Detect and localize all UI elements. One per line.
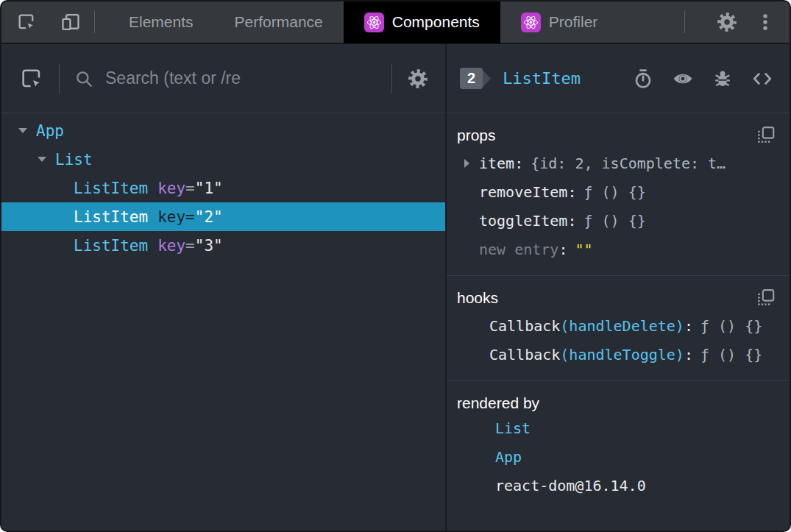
selected-component-name: ListItem: [503, 69, 581, 88]
inspect-dom-element-button[interactable]: [672, 68, 694, 89]
prop-name: removeItem: [479, 183, 567, 201]
key-attribute: key: [157, 237, 185, 255]
component-tree-panel: App List ListItemkey="1" ListItemkey="2"…: [1, 44, 445, 531]
bug-icon: [712, 68, 733, 89]
tree-row-app[interactable]: App: [1, 116, 445, 145]
tree-row-listitem-3[interactable]: ListItemkey="3": [1, 231, 445, 260]
tab-performance[interactable]: Performance: [214, 1, 344, 43]
hook-name: (handleDelete): [560, 317, 684, 335]
badge-number: 2: [460, 68, 483, 89]
components-panel: App List ListItemkey="1" ListItemkey="2"…: [1, 44, 790, 531]
hook-type: Callback: [489, 317, 560, 335]
props-title: props: [457, 127, 496, 144]
owner-row-list[interactable]: List: [457, 414, 775, 442]
equals-sign: =: [185, 237, 195, 255]
tree-row-listitem-1[interactable]: ListItemkey="1": [1, 174, 445, 202]
inspect-element-button[interactable]: [16, 12, 37, 32]
component-actions: [633, 68, 773, 89]
inspect-cursor-icon: [19, 66, 44, 91]
tab-label: Profiler: [549, 13, 598, 31]
devtools-more-menu-button[interactable]: [756, 11, 775, 33]
prop-name: toggleItem: [479, 212, 567, 230]
eye-icon: [672, 68, 694, 89]
copy-icon: [757, 127, 775, 144]
topbar-right-controls: [671, 11, 790, 33]
hook-row-handletoggle[interactable]: Callback(handleToggle): ƒ () {}: [457, 340, 775, 369]
hook-row-handledelete[interactable]: Callback(handleDelete): ƒ () {}: [457, 311, 775, 340]
colon: :: [558, 241, 567, 258]
tree-row-listitem-2-selected[interactable]: ListItemkey="2": [1, 202, 445, 231]
suspend-component-button[interactable]: [633, 68, 653, 89]
prop-name: item: [479, 155, 514, 172]
code-brackets-icon: [751, 68, 773, 89]
renderer-version: react-dom@16.14.0: [495, 477, 646, 494]
new-prop-value-input[interactable]: "": [575, 241, 592, 258]
expander-icon[interactable]: [37, 157, 47, 162]
owner-link[interactable]: List: [495, 419, 531, 437]
colon: :: [567, 212, 576, 230]
tree-toolbar: [1, 44, 445, 113]
component-name: ListItem: [74, 180, 148, 197]
prop-row-item[interactable]: item: {id: 2, isComplete: t…: [457, 149, 775, 177]
owner-row-app[interactable]: App: [457, 442, 775, 471]
copy-icon: [757, 289, 775, 307]
hook-name: (handleToggle): [560, 346, 684, 363]
kebab-menu-icon: [756, 11, 775, 33]
search-box: [74, 68, 377, 89]
component-tree: App List ListItemkey="1" ListItemkey="2"…: [1, 113, 445, 531]
tab-elements[interactable]: Elements: [108, 1, 214, 43]
tab-components[interactable]: Components: [344, 1, 500, 43]
prop-value: {id: 2, isComplete: t…: [531, 155, 726, 172]
inspect-cursor-icon: [16, 12, 37, 32]
prop-row-removeitem[interactable]: removeItem: ƒ () {}: [457, 177, 775, 206]
toolbar-divider: [59, 64, 60, 93]
copy-hooks-button[interactable]: [757, 289, 775, 307]
new-prop-name-input[interactable]: new entry: [479, 241, 558, 258]
search-input[interactable]: [104, 68, 377, 89]
colon: :: [684, 317, 693, 335]
component-settings-button[interactable]: [407, 68, 429, 90]
prop-row-new-entry[interactable]: new entry: "": [457, 235, 775, 263]
component-name: App: [36, 122, 64, 140]
equals-sign: =: [185, 208, 195, 226]
toolbar-divider: [94, 11, 95, 33]
expander-icon[interactable]: [461, 159, 472, 168]
hook-type: Callback: [489, 346, 560, 363]
tab-profiler[interactable]: Profiler: [500, 1, 619, 43]
hook-value: ƒ () {}: [700, 317, 762, 335]
devtools-settings-button[interactable]: [716, 11, 738, 33]
equals-sign: =: [185, 180, 195, 197]
react-logo-icon: [521, 13, 541, 32]
devtools-tab-bar: Elements Performance Components: [1, 1, 790, 44]
tab-label: Components: [392, 13, 480, 31]
hooks-section: hooks: [447, 275, 790, 380]
search-icon: [74, 69, 93, 88]
renderer-version-row: react-dom@16.14.0: [457, 471, 775, 500]
tree-row-list[interactable]: List: [1, 145, 445, 174]
expander-icon[interactable]: [18, 128, 28, 133]
log-component-data-button[interactable]: [712, 68, 733, 89]
toggle-device-toolbar-button[interactable]: [60, 12, 81, 32]
gear-icon: [716, 11, 738, 33]
copy-props-button[interactable]: [757, 127, 775, 144]
prop-value: ƒ () {}: [584, 183, 645, 201]
key-value: "3": [195, 237, 223, 255]
colon: :: [684, 346, 693, 363]
key-value: "2": [195, 208, 223, 226]
view-source-button[interactable]: [751, 68, 773, 89]
rendered-by-title: rendered by: [457, 394, 539, 412]
react-logo-icon: [364, 13, 384, 32]
colon: :: [567, 183, 576, 201]
key-value: "1": [195, 180, 223, 197]
select-element-to-inspect-button[interactable]: [19, 66, 44, 91]
toolbar-divider: [684, 11, 685, 33]
stopwatch-icon: [633, 68, 653, 89]
owner-link[interactable]: App: [495, 448, 522, 466]
tab-label: Elements: [129, 13, 194, 31]
tab-label: Performance: [235, 13, 323, 31]
rendered-by-section: rendered by List App react-dom@16.14.0: [447, 380, 790, 511]
toolbar-divider: [391, 64, 392, 93]
prop-row-toggleitem[interactable]: toggleItem: ƒ () {}: [457, 206, 775, 235]
key-attribute: key: [157, 208, 185, 226]
colon: :: [514, 155, 523, 172]
